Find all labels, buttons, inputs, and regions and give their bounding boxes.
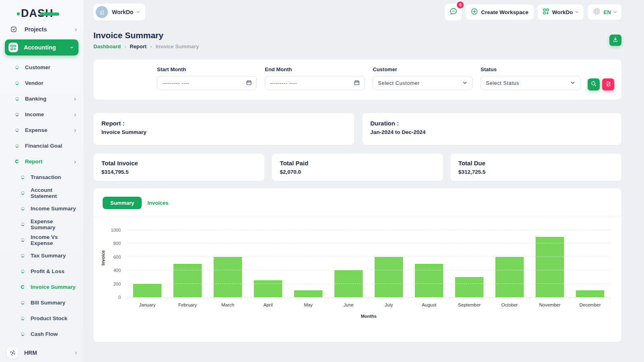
sidebar-item-financial-goal[interactable]: Financial Goal: [0, 138, 83, 154]
total-value: $314,795.5: [101, 169, 256, 175]
sidebar-item-tax-summary[interactable]: Tax Summary: [0, 248, 83, 263]
sidebar-item-label: Projects: [25, 26, 75, 33]
sidebar-item-bill-summary[interactable]: Bill Summary: [0, 295, 83, 311]
sidebar-item-label: Cash Flow: [31, 331, 76, 337]
status-select[interactable]: Select Status: [481, 76, 580, 90]
logo-dash-bar: [40, 12, 59, 16]
breadcrumb: Dashboard › Report › Invoice Summary: [93, 43, 199, 49]
sidebar-item-banking[interactable]: Banking›: [0, 91, 83, 107]
chat-icon: [449, 7, 458, 17]
chevron-down-icon: ›: [135, 11, 142, 13]
sidebar-item-label: Profit & Loss: [31, 268, 76, 274]
breadcrumb-dashboard[interactable]: Dashboard: [93, 43, 121, 49]
create-workspace-label: Create Workspace: [481, 9, 528, 15]
bullet-icon: [21, 285, 25, 289]
sidebar-item-hrm[interactable]: HRM ›: [0, 346, 83, 360]
field-value: --------- ----: [270, 80, 297, 86]
field-label: Customer: [373, 66, 473, 72]
total-paid-card: Total Paid$2,070.0: [272, 154, 443, 181]
sidebar-item-invoice-summary[interactable]: Invoice Summary: [0, 279, 83, 295]
sidebar-item-transaction[interactable]: Transaction: [0, 169, 83, 185]
sidebar-item-report[interactable]: Report›: [0, 154, 83, 169]
reset-button[interactable]: [602, 78, 614, 90]
x-tick-label: January: [127, 302, 167, 307]
bar-cell: [489, 230, 530, 297]
x-tick-label: September: [449, 302, 489, 307]
field-value: --------- ----: [162, 80, 189, 86]
sidebar-item-label: Income Vs Expense: [31, 234, 76, 246]
gridline: [127, 230, 610, 230]
sidebar-item-label: Financial Goal: [25, 143, 76, 149]
start-month-input[interactable]: --------- ----: [157, 76, 257, 90]
sidebar-item-label: Invoice Summary: [31, 284, 76, 290]
bar-cell: [570, 230, 610, 297]
bar-cell: [530, 230, 570, 297]
sidebar-item-profit-loss[interactable]: Profit & Loss: [0, 263, 83, 279]
sidebar-item-accounting[interactable]: Accounting ›: [5, 39, 78, 56]
sidebar-accounting-menu: CustomerVendorBanking›Income›Expense›Fin…: [0, 60, 83, 342]
report-info-row: Report : Invoice Summary Duration : Jan-…: [93, 113, 621, 145]
bar-november: [536, 237, 564, 297]
language-selector[interactable]: EN ›: [588, 4, 621, 20]
sidebar-item-label: Bill Summary: [31, 300, 76, 306]
x-tick-label: August: [409, 302, 449, 307]
bullet-icon: [15, 97, 19, 101]
total-label: Total Invoice: [101, 160, 256, 167]
create-workspace-button[interactable]: Create Workspace: [466, 4, 534, 20]
download-button[interactable]: [609, 35, 621, 46]
topbar-actions: 0 Create Workspace WorkDo › EN: [445, 4, 621, 21]
sidebar-item-projects[interactable]: Projects ›: [0, 23, 83, 36]
total-value: $312,725.5: [458, 169, 613, 175]
plus-circle-icon: [471, 8, 478, 16]
end-month-input[interactable]: --------- ----: [265, 76, 365, 90]
sidebar-item-income-summary[interactable]: Income Summary: [0, 201, 83, 216]
page-title: Invoice Summary: [93, 31, 199, 40]
search-icon: [591, 81, 597, 88]
filter-buttons: [588, 78, 614, 100]
breadcrumb-report[interactable]: Report: [130, 43, 147, 49]
sidebar-item-income-vs-expense[interactable]: Income Vs Expense: [0, 232, 83, 248]
bullet-icon: [21, 175, 25, 179]
start-month-field: Start Month--------- ----: [157, 66, 257, 100]
gridline: [127, 243, 610, 243]
sidebar-item-label: Income Summary: [31, 206, 76, 212]
field-value: Select Customer: [378, 80, 420, 86]
sidebar-item-expense[interactable]: Expense›: [0, 122, 83, 138]
sidebar-item-account-statement[interactable]: Account Statement: [0, 185, 83, 201]
sidebar-item-label: Income: [25, 111, 74, 117]
x-axis-labels: JanuaryFebruaryMarchAprilMayJuneJulyAugu…: [127, 302, 610, 307]
sidebar-item-customer[interactable]: Customer: [0, 60, 83, 75]
sidebar-item-label: Accounting: [24, 44, 71, 51]
bar-september: [455, 277, 483, 297]
breadcrumb-separator: ›: [124, 43, 126, 49]
y-axis-ticks: 02004006008001000: [105, 230, 124, 297]
sidebar-item-vendor[interactable]: Vendor: [0, 75, 83, 91]
x-tick-label: November: [530, 302, 570, 307]
bullet-icon: [21, 222, 25, 226]
x-tick-label: December: [570, 302, 610, 307]
bar-cell: [409, 230, 449, 297]
messages-button[interactable]: 0: [445, 4, 462, 21]
chevron-right-icon: ›: [74, 127, 76, 134]
field-label: Start Month: [157, 66, 257, 72]
y-tick-label: 600: [114, 255, 121, 259]
chart-card: Summary Invoices Invoice 020040060080010…: [93, 188, 621, 342]
x-tick-label: July: [369, 302, 409, 307]
chevron-right-icon: ›: [75, 26, 77, 33]
x-tick-label: March: [208, 302, 248, 307]
workspace-menu-button[interactable]: WorkDo ›: [538, 4, 584, 20]
grid-plus-icon: [8, 43, 18, 52]
bar-february: [173, 264, 202, 298]
sidebar-item-label: Tax Summary: [31, 253, 76, 259]
sidebar-item-label: Report: [25, 158, 74, 165]
sidebar-item-cash-flow[interactable]: Cash Flow: [0, 326, 83, 342]
sidebar-item-product-stock[interactable]: Product Stock: [0, 311, 83, 326]
sidebar-item-income[interactable]: Income›: [0, 107, 83, 122]
sidebar-item-expense-summary[interactable]: Expense Summary: [0, 216, 83, 232]
tab-summary[interactable]: Summary: [103, 197, 142, 209]
workspace-switcher[interactable]: WorkDo ›: [93, 4, 145, 21]
tab-invoices[interactable]: Invoices: [147, 200, 168, 206]
invoice-bar-chart: Invoice 02004006008001000 JanuaryFebruar…: [98, 222, 621, 333]
search-button[interactable]: [588, 78, 600, 90]
customer-select[interactable]: Select Customer: [373, 76, 473, 90]
